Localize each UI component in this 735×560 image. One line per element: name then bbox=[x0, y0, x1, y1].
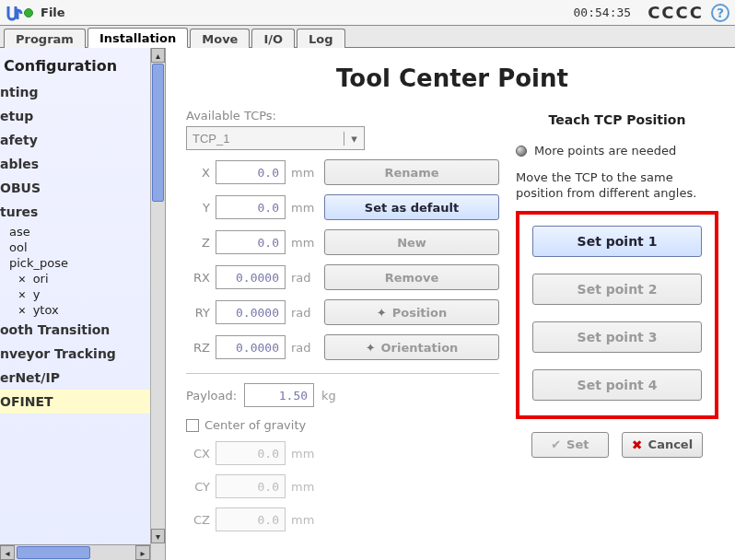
remove-button[interactable]: Remove bbox=[324, 264, 499, 290]
cog-input-cy bbox=[216, 474, 286, 498]
coord-label-x: X bbox=[186, 166, 210, 180]
sidebar-sub[interactable]: ool bbox=[0, 239, 150, 255]
sidebar-item[interactable]: OFINET bbox=[0, 390, 150, 414]
unit: mm bbox=[291, 513, 319, 527]
set-default-button[interactable]: Set as default bbox=[324, 194, 499, 220]
sidebar-sub[interactable]: pick_pose bbox=[0, 255, 150, 271]
coord-input-x[interactable] bbox=[216, 160, 286, 184]
coord-label-rz: RZ bbox=[186, 341, 210, 355]
clock: 00:54:35 bbox=[574, 6, 632, 19]
teach-title: Teach TCP Position bbox=[516, 112, 718, 127]
unit: rad bbox=[291, 271, 319, 285]
sidebar-heading: Configuration bbox=[0, 52, 150, 80]
file-menu[interactable]: File bbox=[33, 4, 73, 21]
coord-label-ry: RY bbox=[186, 306, 210, 320]
check-icon: ✔ bbox=[551, 438, 561, 451]
status-ball-icon bbox=[516, 146, 527, 157]
unit: rad bbox=[291, 306, 319, 320]
sidebar: Configuration nting etup afety ables OBU… bbox=[0, 48, 166, 560]
cancel-x-icon: ✖ bbox=[632, 438, 643, 452]
payload-label: Payload: bbox=[186, 389, 237, 402]
tab-io[interactable]: I/O bbox=[251, 29, 295, 48]
wand-icon: ✦ bbox=[377, 306, 387, 320]
page-title: Tool Center Point bbox=[186, 64, 718, 92]
sidebar-item[interactable]: afety bbox=[0, 128, 150, 152]
tcp-dropdown[interactable]: ▾ bbox=[186, 126, 365, 150]
set-point-1-button[interactable]: Set point 1 bbox=[532, 226, 702, 257]
tab-installation[interactable]: Installation bbox=[88, 28, 188, 48]
coord-input-y[interactable] bbox=[216, 195, 286, 219]
tab-move[interactable]: Move bbox=[190, 29, 250, 48]
orientation-button[interactable]: ✦Orientation bbox=[324, 334, 499, 360]
scroll-up-icon[interactable]: ▴ bbox=[151, 48, 165, 63]
sidebar-item[interactable]: etup bbox=[0, 104, 150, 128]
scroll-thumb[interactable] bbox=[152, 64, 164, 202]
sidebar-vscroll[interactable]: ▴ ▾ bbox=[150, 48, 165, 560]
coord-input-z[interactable] bbox=[216, 230, 286, 254]
unit: mm bbox=[291, 480, 319, 494]
set-point-3-button[interactable]: Set point 3 bbox=[532, 321, 702, 353]
sidebar-item[interactable]: nting bbox=[0, 80, 150, 104]
cog-checkbox[interactable]: Center of gravity bbox=[186, 418, 499, 432]
set-button[interactable]: ✔Set bbox=[531, 432, 609, 458]
payload-input[interactable] bbox=[244, 383, 314, 407]
highlight-box: Set point 1 Set point 2 Set point 3 Set … bbox=[516, 211, 718, 419]
sidebar-item[interactable]: OBUS bbox=[0, 176, 150, 200]
cog-label: Center of gravity bbox=[204, 418, 306, 432]
cog-label-cy: CY bbox=[186, 480, 210, 494]
teach-instructions: Move the TCP to the same position from d… bbox=[516, 170, 718, 202]
coord-input-ry[interactable] bbox=[216, 300, 286, 324]
cog-input-cz bbox=[216, 508, 286, 531]
cancel-button[interactable]: ✖Cancel bbox=[622, 432, 703, 458]
position-button[interactable]: ✦Position bbox=[324, 299, 499, 325]
status-dot-icon bbox=[24, 8, 33, 18]
scroll-down-icon[interactable]: ▾ bbox=[151, 529, 165, 543]
status-cccc: CCCC bbox=[648, 3, 704, 22]
unit: rad bbox=[291, 341, 319, 355]
sidebar-sub[interactable]: ase bbox=[0, 224, 150, 239]
sidebar-item[interactable]: erNet/IP bbox=[0, 366, 150, 390]
unit: mm bbox=[291, 166, 319, 180]
sidebar-item[interactable]: nveyor Tracking bbox=[0, 342, 150, 366]
sidebar-sub2[interactable]: ✕ ori bbox=[0, 271, 150, 286]
new-button[interactable]: New bbox=[324, 229, 499, 255]
rename-button[interactable]: Rename bbox=[324, 159, 499, 185]
unit: mm bbox=[291, 447, 319, 461]
sidebar-item[interactable]: ables bbox=[0, 152, 150, 176]
set-point-2-button[interactable]: Set point 2 bbox=[532, 274, 702, 305]
scroll-left-icon[interactable]: ◂ bbox=[0, 545, 15, 560]
checkbox-icon[interactable] bbox=[186, 419, 199, 432]
dropdown-arrow-icon[interactable]: ▾ bbox=[344, 132, 364, 146]
tab-program[interactable]: Program bbox=[4, 29, 86, 48]
sidebar-sub2[interactable]: ✕ ytox bbox=[0, 302, 150, 318]
coord-label-z: Z bbox=[186, 236, 210, 250]
payload-unit: kg bbox=[321, 389, 349, 402]
ur-logo-icon bbox=[6, 5, 24, 21]
sidebar-sub2[interactable]: ✕ y bbox=[0, 286, 150, 302]
cog-input-cx bbox=[216, 441, 286, 465]
tab-bar: Program Installation Move I/O Log bbox=[0, 26, 735, 48]
sidebar-hscroll[interactable]: ◂ ▸ bbox=[0, 544, 150, 560]
teach-status: More points are needed bbox=[534, 144, 676, 158]
menubar: File 00:54:35 CCCC ? bbox=[0, 0, 735, 26]
sidebar-item[interactable]: ooth Transition bbox=[0, 318, 150, 342]
set-point-4-button[interactable]: Set point 4 bbox=[532, 369, 702, 401]
coord-input-rz[interactable] bbox=[216, 335, 286, 359]
wand-icon: ✦ bbox=[366, 341, 376, 355]
unit: mm bbox=[291, 201, 319, 215]
tab-log[interactable]: Log bbox=[297, 29, 345, 48]
coord-input-rx[interactable] bbox=[216, 265, 286, 289]
cog-label-cx: CX bbox=[186, 447, 210, 461]
available-tcps-label: Available TCPs: bbox=[186, 109, 499, 122]
unit: mm bbox=[291, 236, 319, 250]
scroll-right-icon[interactable]: ▸ bbox=[135, 545, 150, 560]
coord-label-rx: RX bbox=[186, 271, 210, 285]
help-icon[interactable]: ? bbox=[711, 4, 729, 22]
hscroll-thumb[interactable] bbox=[17, 546, 90, 559]
sidebar-item[interactable]: tures bbox=[0, 200, 150, 224]
coord-label-y: Y bbox=[186, 201, 210, 215]
main-panel: Tool Center Point Available TCPs: ▾ X mm… bbox=[166, 48, 735, 560]
tcp-name-field[interactable] bbox=[187, 132, 344, 146]
cog-label-cz: CZ bbox=[186, 513, 210, 527]
